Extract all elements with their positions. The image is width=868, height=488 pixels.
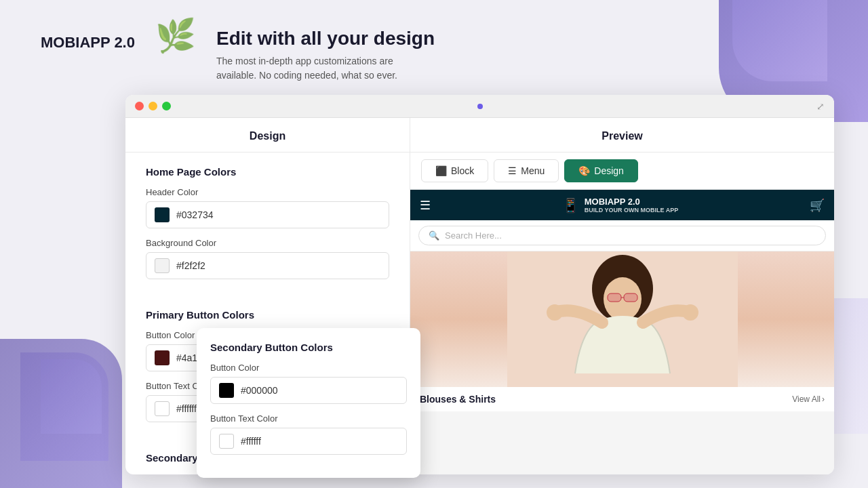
header-color-label: Header Color (146, 187, 389, 197)
popup-button-color-input[interactable]: #000000 (210, 377, 407, 404)
menu-icon: ☰ (508, 165, 517, 176)
design-panel-title: Design (125, 118, 410, 152)
tagline-heading: Edit with all your design (216, 27, 435, 50)
popup-button-text-color-swatch (219, 434, 234, 449)
title-bar: ⤢ (125, 95, 834, 118)
background-color-input[interactable]: #f2f2f2 (146, 252, 389, 279)
close-button[interactable] (135, 102, 144, 110)
search-placeholder: Search Here... (445, 230, 502, 241)
tagline-body: The most in-depth app customizations are… (216, 54, 435, 83)
popup-button-color-value: #000000 (241, 385, 278, 396)
design-icon: 🎨 (578, 165, 590, 176)
category-title: Blouses & Shirts (420, 394, 496, 405)
minimize-button[interactable] (149, 102, 157, 110)
cart-icon[interactable]: 🛒 (810, 198, 825, 213)
tab-block[interactable]: ⬛ Block (421, 159, 488, 182)
view-all-link[interactable]: View All › (792, 394, 825, 404)
mobile-search-bar: 🔍 Search Here... (410, 220, 834, 251)
preview-panel: Preview ⬛ Block ☰ Menu 🎨 Design (410, 118, 834, 474)
tab-design[interactable]: 🎨 Design (564, 159, 638, 182)
mobile-brand-sub: BUILD YOUR OWN MOBILE APP (585, 207, 679, 214)
svg-rect-4 (624, 293, 637, 302)
product-image-area (410, 251, 834, 387)
header-color-input[interactable]: #032734 (146, 201, 389, 228)
secondary-colors-popup: Secondary Button Colors Button Color #00… (197, 328, 420, 478)
popup-button-color-swatch (219, 383, 234, 398)
search-box[interactable]: 🔍 Search Here... (418, 226, 826, 245)
popup-button-text-color-input[interactable]: #ffffff (210, 428, 407, 455)
svg-point-6 (547, 304, 563, 321)
mobile-app-icon: 📱 (562, 197, 579, 214)
primary-button-text-color-swatch (155, 401, 170, 416)
search-icon: 🔍 (429, 230, 439, 241)
tab-menu-label: Menu (521, 165, 545, 176)
tab-menu[interactable]: ☰ Menu (494, 159, 559, 182)
home-page-colors-section: Home Page Colors Header Color #032734 Ba… (125, 152, 410, 296)
bg-decoration-bottom-left-3 (41, 359, 102, 434)
background-color-label: Background Color (146, 238, 389, 248)
popup-button-text-color-label: Button Text Color (210, 413, 407, 424)
primary-button-text-color-value: #ffffff (176, 403, 197, 414)
leaf-icon: 🌿 (155, 18, 196, 54)
chevron-right-icon: › (822, 394, 825, 404)
mobile-brand-name: MOBIAPP 2.0 (585, 197, 679, 207)
header: MOBIAPP 2.0 🌿 Edit with all your design … (41, 14, 435, 83)
home-page-colors-title: Home Page Colors (146, 166, 389, 178)
preview-tabs: ⬛ Block ☰ Menu 🎨 Design (410, 152, 834, 190)
logo-text: MOBIAPP 2.0 (41, 34, 135, 52)
header-color-value: #032734 (176, 209, 214, 220)
primary-button-color-swatch (155, 350, 170, 365)
primary-button-colors-title: Primary Button Colors (146, 309, 389, 321)
mobile-app-header: ☰ 📱 MOBIAPP 2.0 BUILD YOUR OWN MOBILE AP… (410, 190, 834, 220)
hamburger-icon[interactable]: ☰ (420, 198, 431, 213)
svg-rect-3 (608, 293, 621, 302)
mobile-preview: ☰ 📱 MOBIAPP 2.0 BUILD YOUR OWN MOBILE AP… (410, 190, 834, 411)
popup-button-text-color-value: #ffffff (241, 436, 261, 447)
expand-icon[interactable]: ⤢ (816, 101, 825, 112)
tab-design-label: Design (594, 165, 624, 176)
category-row: Blouses & Shirts View All › (410, 387, 834, 411)
preview-panel-title: Preview (410, 118, 834, 152)
block-icon: ⬛ (435, 165, 447, 176)
mobile-brand: 📱 MOBIAPP 2.0 BUILD YOUR OWN MOBILE APP (562, 197, 679, 214)
tab-block-label: Block (451, 165, 474, 176)
view-all-text: View All (792, 394, 821, 404)
product-hero-svg (507, 251, 738, 387)
svg-point-7 (682, 304, 698, 321)
popup-title: Secondary Button Colors (210, 342, 407, 353)
maximize-button[interactable] (162, 102, 171, 110)
background-color-swatch (155, 258, 170, 273)
traffic-lights (135, 102, 171, 110)
background-color-value: #f2f2f2 (176, 260, 205, 271)
product-hero-image (410, 251, 834, 387)
popup-button-color-label: Button Color (210, 363, 407, 373)
bg-decoration-top-right-2 (732, 0, 827, 81)
title-bar-indicator (477, 104, 483, 109)
header-color-swatch (155, 207, 170, 222)
